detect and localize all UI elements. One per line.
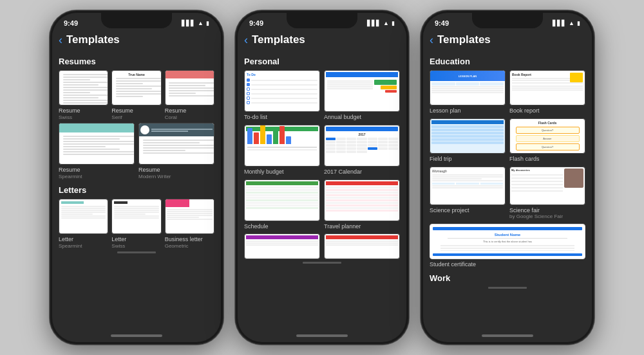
phone-2: 9:49 ▋▋▋ ▲ ▮ ‹ Templates Personal To Do <box>235 10 409 345</box>
edu-row-4: Student Name This is to certify that the… <box>430 224 585 268</box>
template-resume-serif[interactable]: True Name ResumeSerif <box>111 70 161 120</box>
home-indicator-3 <box>482 334 533 337</box>
notch-1 <box>101 13 172 28</box>
header-1: ‹ Templates <box>52 31 221 51</box>
wifi-icon-2: ▲ <box>383 20 389 26</box>
header-2: ‹ Templates <box>238 31 406 51</box>
phones-container: 9:49 ▋▋▋ ▲ ▮ ‹ Templates Resumes <box>50 10 594 345</box>
home-indicator-2 <box>296 334 348 337</box>
scroll-indicator-3 <box>488 287 527 289</box>
personal-row-4 <box>244 233 400 259</box>
back-button-1[interactable]: ‹ <box>59 34 62 46</box>
template-resume-coral[interactable]: ResumeCoral <box>165 70 214 120</box>
status-icons-2: ▋▋▋ ▲ ▮ <box>367 20 395 26</box>
battery-icon: ▮ <box>206 20 209 26</box>
time-1: 9:49 <box>64 19 78 27</box>
template-schedule[interactable]: Schedule <box>244 179 320 230</box>
phone-3: 9:49 ▋▋▋ ▲ ▮ ‹ Templates Education <box>421 10 594 345</box>
personal-row-3: Schedule T <box>244 179 400 230</box>
content-3[interactable]: Education LESSON PLAN <box>423 51 592 333</box>
section-education: Education <box>430 57 585 66</box>
template-monthly-budget[interactable]: Monthly budget <box>244 125 320 176</box>
status-icons-3: ▋▋▋ ▲ ▮ <box>553 20 580 26</box>
home-indicator-1 <box>111 334 162 337</box>
header-title-1: Templates <box>66 33 120 46</box>
template-todo[interactable]: To Do To-do list <box>244 70 320 121</box>
section-letters: Letters <box>59 185 214 195</box>
edu-row-2: Field trip Flash Cards Question? Answer … <box>430 118 585 163</box>
back-button-3[interactable]: ‹ <box>430 34 433 46</box>
edu-row-1: LESSON PLAN <box>430 70 585 114</box>
content-1[interactable]: Resumes ResumeSwiss <box>52 51 221 333</box>
template-field-trip[interactable]: Field trip <box>430 118 506 163</box>
resume-row-2: ResumeSpearmint <box>59 123 214 179</box>
scroll-indicator-1 <box>117 251 156 253</box>
template-travel-planner[interactable]: Travel planner <box>324 179 400 230</box>
template-flash-cards[interactable]: Flash Cards Question? Answer Question? F… <box>509 118 585 163</box>
battery-icon-2: ▮ <box>392 20 395 26</box>
personal-row-1: To Do To-do list <box>244 70 400 121</box>
content-2[interactable]: Personal To Do To-do list <box>238 51 406 333</box>
wifi-icon: ▲ <box>198 20 204 26</box>
template-science-fair[interactable]: My discoveries Science fairby Google Sci… <box>509 167 585 220</box>
resume-row-1: ResumeSwiss True Name ResumeSerif <box>59 70 214 120</box>
template-student-certificate[interactable]: Student Name This is to certify that the… <box>430 224 585 268</box>
signal-icon-2: ▋▋▋ <box>367 20 381 26</box>
template-letter-swiss[interactable]: LetterSwiss <box>111 199 161 249</box>
template-business-letter-geometric[interactable]: Business letterGeometric <box>165 199 214 249</box>
section-work: Work <box>430 273 585 283</box>
status-icons-1: ▋▋▋ ▲ ▮ <box>182 20 209 26</box>
scroll-indicator-2 <box>303 262 341 264</box>
template-lesson-plan[interactable]: LESSON PLAN <box>430 70 506 114</box>
template-calendar[interactable]: 2017 <box>324 125 400 176</box>
header-title-2: Templates <box>252 33 305 46</box>
template-resume-spearmint[interactable]: ResumeSpearmint <box>59 123 135 179</box>
time-2: 9:49 <box>249 19 263 27</box>
template-resume-swiss[interactable]: ResumeSwiss <box>59 70 108 120</box>
back-button-2[interactable]: ‹ <box>244 34 248 46</box>
signal-icon-3: ▋▋▋ <box>553 20 566 26</box>
signal-icon: ▋▋▋ <box>182 20 195 26</box>
section-resumes: Resumes <box>59 57 214 66</box>
battery-icon-3: ▮ <box>577 20 580 26</box>
wifi-icon-3: ▲ <box>569 20 574 26</box>
template-annual-budget[interactable]: Annual budget <box>324 70 400 121</box>
header-title-3: Templates <box>437 33 491 46</box>
time-3: 9:49 <box>435 19 449 27</box>
personal-row-2: Monthly budget 2017 <box>244 125 400 176</box>
template-resume-modern-writer[interactable]: ResumeModern Writer <box>138 123 214 179</box>
phone-1: 9:49 ▋▋▋ ▲ ▮ ‹ Templates Resumes <box>50 10 223 345</box>
template-science-project[interactable]: Womaugh Science project <box>430 167 506 220</box>
section-personal: Personal <box>244 57 400 66</box>
letters-row: LetterSpearmint LetterSwiss <box>59 199 214 249</box>
template-travel-preview[interactable] <box>324 233 400 259</box>
header-3: ‹ Templates <box>423 31 592 51</box>
template-book-report[interactable]: Book Report Book report <box>509 70 585 114</box>
edu-row-3: Womaugh Science project <box>430 167 585 220</box>
notch-3 <box>472 13 543 28</box>
template-working-preview[interactable] <box>244 233 320 259</box>
notch-2 <box>287 13 357 28</box>
template-letter-spearmint[interactable]: LetterSpearmint <box>59 199 108 249</box>
